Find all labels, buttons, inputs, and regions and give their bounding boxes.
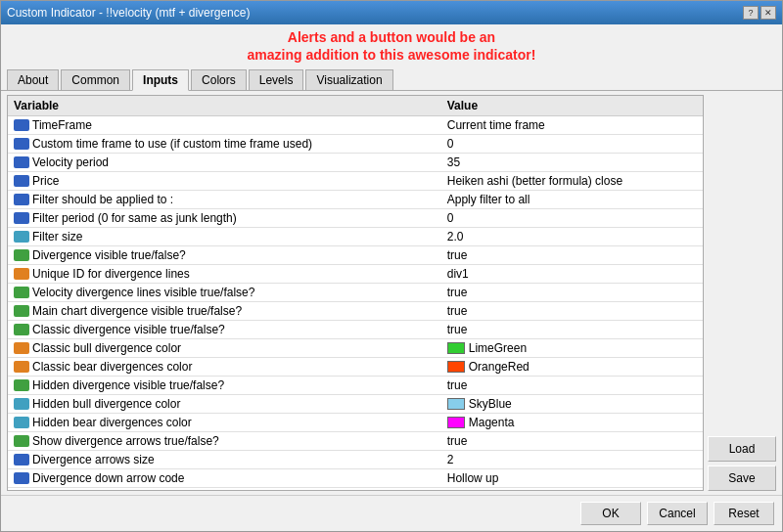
value-label: 0 bbox=[447, 137, 454, 151]
color-swatch bbox=[447, 342, 465, 354]
variable-label: Velocity divergence lines visible true/f… bbox=[32, 286, 254, 299]
value-label: Hollow up bbox=[447, 471, 499, 485]
table-row[interactable]: Divergence up arrow codeHollow down bbox=[8, 488, 703, 491]
value-label: true bbox=[447, 248, 468, 262]
table-row[interactable]: TimeFrameCurrent time frame bbox=[8, 116, 703, 135]
main-content: Variable Value TimeFrameCurrent time fra… bbox=[1, 91, 782, 495]
tab-levels[interactable]: Levels bbox=[249, 69, 304, 90]
table-row[interactable]: Classic bear divergences colorOrangeRed bbox=[8, 358, 703, 377]
variable-label: Classic bear divergences color bbox=[32, 360, 192, 374]
table-row[interactable]: Hidden bear divergences colorMagenta bbox=[8, 414, 703, 432]
table-row[interactable]: Velocity divergence lines visible true/f… bbox=[8, 284, 703, 302]
side-buttons: Load Save bbox=[708, 95, 776, 491]
value-label: true bbox=[447, 323, 468, 336]
table-row[interactable]: Classic divergence visible true/false?tr… bbox=[8, 321, 703, 339]
variable-label: Filter should be applied to : bbox=[32, 193, 173, 206]
row-icon bbox=[14, 194, 29, 205]
load-button[interactable]: Load bbox=[708, 436, 776, 462]
variable-label: Velocity period bbox=[32, 155, 109, 169]
row-icon bbox=[14, 472, 29, 484]
cancel-button[interactable]: Cancel bbox=[647, 502, 708, 525]
help-button[interactable]: ? bbox=[743, 6, 759, 20]
row-icon bbox=[14, 212, 29, 224]
tab-colors[interactable]: Colors bbox=[191, 69, 247, 90]
value-label: OrangeRed bbox=[469, 360, 530, 374]
tab-common[interactable]: Common bbox=[61, 69, 130, 90]
table-row[interactable]: Velocity period35 bbox=[8, 154, 703, 172]
row-icon bbox=[14, 175, 29, 187]
variable-label: Divergence down arrow code bbox=[32, 471, 184, 485]
value-label: 35 bbox=[447, 155, 460, 169]
value-label: true bbox=[447, 378, 468, 392]
value-label: Magenta bbox=[469, 416, 515, 429]
data-table-container[interactable]: Variable Value TimeFrameCurrent time fra… bbox=[7, 95, 704, 491]
table-row[interactable]: Hidden bull divergence colorSkyBlue bbox=[8, 395, 703, 414]
table-row[interactable]: Show divergence arrows true/false?true bbox=[8, 432, 703, 451]
variable-label: Main chart divergence visible true/false… bbox=[32, 304, 242, 318]
table-row[interactable]: Main chart divergence visible true/false… bbox=[8, 302, 703, 321]
close-button[interactable]: ✕ bbox=[760, 6, 776, 20]
window-controls: ? ✕ bbox=[743, 6, 776, 20]
table-row[interactable]: Divergence down arrow codeHollow up bbox=[8, 469, 703, 488]
variable-label: TimeFrame bbox=[32, 118, 92, 132]
row-icon bbox=[14, 249, 29, 261]
tab-visualization[interactable]: Visualization bbox=[305, 69, 392, 90]
value-label: 0 bbox=[447, 211, 454, 225]
row-icon bbox=[14, 417, 29, 428]
color-swatch bbox=[447, 417, 465, 428]
row-icon bbox=[14, 231, 29, 243]
table-row[interactable]: Hidden divergence visible true/false?tru… bbox=[8, 377, 703, 395]
value-label: SkyBlue bbox=[469, 397, 512, 411]
title-bar: Custom Indicator - !!velocity (mtf + div… bbox=[1, 1, 782, 24]
table-row[interactable]: Divergence arrows size2 bbox=[8, 451, 703, 469]
row-icon bbox=[14, 305, 29, 317]
alert-text: Alerts and a button would be an amazing … bbox=[11, 28, 772, 64]
row-icon bbox=[14, 398, 29, 410]
value-label: LimeGreen bbox=[469, 341, 527, 355]
value-label: true bbox=[447, 304, 468, 318]
table-row[interactable]: Unique ID for divergence linesdiv1 bbox=[8, 265, 703, 284]
variable-label: Hidden bear divergences color bbox=[32, 416, 192, 429]
row-icon bbox=[14, 379, 29, 391]
table-row[interactable]: Filter period (0 for same as junk length… bbox=[8, 209, 703, 228]
table-row[interactable]: Filter should be applied to :Apply filte… bbox=[8, 191, 703, 209]
table-row[interactable]: Custom time frame to use (if custom time… bbox=[8, 135, 703, 154]
col-variable-header: Variable bbox=[8, 96, 441, 116]
value-label: Current time frame bbox=[447, 118, 545, 132]
variable-label: Show divergence arrows true/false? bbox=[32, 434, 219, 448]
value-label: true bbox=[447, 434, 468, 448]
row-icon bbox=[14, 342, 29, 354]
reset-button[interactable]: Reset bbox=[714, 502, 774, 525]
value-label: Heiken ashi (better formula) close bbox=[447, 174, 622, 188]
tabs-bar: AboutCommonInputsColorsLevelsVisualizati… bbox=[1, 66, 782, 91]
row-icon bbox=[14, 435, 29, 447]
variable-label: Classic bull divergence color bbox=[32, 341, 181, 355]
value-label: 2 bbox=[447, 453, 454, 466]
variable-label: Filter size bbox=[32, 230, 82, 244]
variable-label: Hidden bull divergence color bbox=[32, 397, 180, 411]
variable-label: Price bbox=[32, 174, 59, 188]
variable-label: Divergence up arrow code bbox=[32, 490, 169, 491]
row-icon bbox=[14, 361, 29, 373]
variable-label: Classic divergence visible true/false? bbox=[32, 323, 225, 336]
save-button[interactable]: Save bbox=[708, 466, 776, 491]
value-label: true bbox=[447, 286, 468, 299]
table-row[interactable]: PriceHeiken ashi (better formula) close bbox=[8, 172, 703, 191]
row-icon bbox=[14, 138, 29, 150]
tab-about[interactable]: About bbox=[7, 69, 59, 90]
table-row[interactable]: Classic bull divergence colorLimeGreen bbox=[8, 339, 703, 358]
row-icon bbox=[14, 119, 29, 131]
ok-button[interactable]: OK bbox=[580, 502, 641, 525]
window-title: Custom Indicator - !!velocity (mtf + div… bbox=[7, 6, 250, 20]
variable-label: Filter period (0 for same as junk length… bbox=[32, 211, 237, 225]
tab-inputs[interactable]: Inputs bbox=[132, 69, 189, 91]
value-label: Hollow down bbox=[447, 490, 514, 491]
row-icon bbox=[14, 268, 29, 280]
main-window: Custom Indicator - !!velocity (mtf + div… bbox=[0, 0, 783, 532]
variable-label: Divergence arrows size bbox=[32, 453, 155, 466]
variable-label: Divergence visible true/false? bbox=[32, 248, 186, 262]
color-swatch bbox=[447, 361, 465, 373]
alert-banner: Alerts and a button would be an amazing … bbox=[1, 24, 782, 66]
table-row[interactable]: Filter size2.0 bbox=[8, 228, 703, 246]
table-row[interactable]: Divergence visible true/false?true bbox=[8, 246, 703, 265]
